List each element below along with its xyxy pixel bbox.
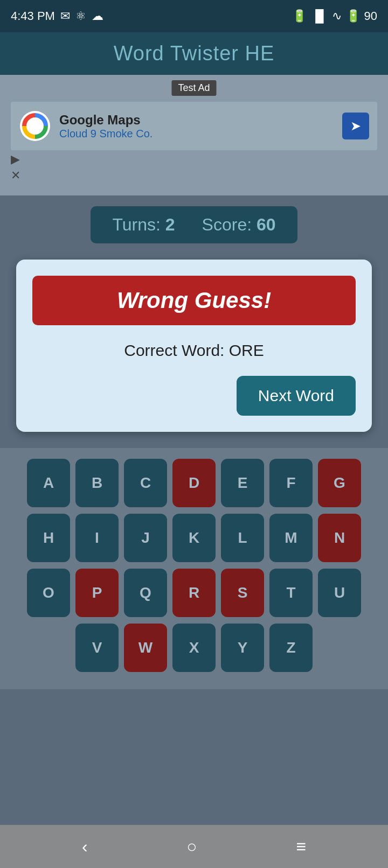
key-m[interactable]: M [269,514,313,562]
ad-content[interactable]: Google Maps Cloud 9 Smoke Co. ➤ [11,102,377,150]
key-x[interactable]: X [172,624,216,672]
key-row-1: HIJKLMN [5,514,383,562]
ad-company-name: Google Maps [59,113,153,128]
key-i[interactable]: I [75,514,119,562]
key-row-0: ABCDEFG [5,459,383,507]
next-word-button[interactable]: Next Word [237,376,356,416]
status-right: 🔋 ▐▌ ∿ 🔋 90 [292,9,377,23]
key-q[interactable]: Q [124,569,167,617]
status-bar: 4:43 PM ✉ ⚛ ☁ 🔋 ▐▌ ∿ 🔋 90 [0,0,388,32]
app-header: Word Twister HE [0,32,388,75]
cloud-icon: ☁ [92,9,103,23]
key-o[interactable]: O [27,569,70,617]
app-title: Word Twister HE [114,42,275,65]
key-t[interactable]: T [269,569,313,617]
battery-icon: 🔋 90 [346,9,377,23]
key-g[interactable]: G [318,459,361,507]
key-p[interactable]: P [75,569,119,617]
key-f[interactable]: F [269,459,313,507]
result-dialog: Wrong Guess! Correct Word: ORE Next Word [16,260,372,432]
key-l[interactable]: L [221,514,264,562]
score-value: 60 [257,215,276,234]
keyboard: ABCDEFGHIJKLMNOPQRSTUVWXYZ [0,448,388,689]
wifi-icon: ∿ [332,9,342,23]
correct-word-display: Correct Word: ORE [32,341,356,360]
ad-play-icon[interactable]: ▶ [11,152,377,166]
key-e[interactable]: E [221,459,264,507]
wrong-guess-banner: Wrong Guess! [32,276,356,325]
key-y[interactable]: Y [221,624,264,672]
home-button[interactable]: ○ [186,837,197,857]
ad-text-block: Google Maps Cloud 9 Smoke Co. [59,113,153,140]
score-label: Score: 60 [202,215,276,235]
key-c[interactable]: C [124,459,167,507]
ad-banner: Test Ad Google Maps Cloud 9 Smoke Co. ➤ … [0,75,388,195]
status-left: 4:43 PM ✉ ⚛ ☁ [11,9,103,23]
score-container: Turns: 2 Score: 60 [91,206,297,243]
usb-icon: ⚛ [75,9,86,23]
ad-direction-icon[interactable]: ➤ [342,113,369,139]
key-s[interactable]: S [221,569,264,617]
key-h[interactable]: H [27,514,70,562]
ad-controls: ▶ ✕ [11,150,377,185]
key-row-3: VWXYZ [5,624,383,672]
menu-button[interactable]: ≡ [296,837,306,857]
key-n[interactable]: N [318,514,361,562]
key-w[interactable]: W [124,624,167,672]
back-button[interactable]: ‹ [82,837,88,857]
key-row-2: OPQRSTU [5,569,383,617]
ad-label: Test Ad [171,80,216,96]
signal-icon: ▐▌ [311,9,328,23]
whatsapp-icon: ✉ [60,9,70,23]
key-b[interactable]: B [75,459,119,507]
key-d[interactable]: D [172,459,216,507]
key-j[interactable]: J [124,514,167,562]
key-r[interactable]: R [172,569,216,617]
key-z[interactable]: Z [269,624,313,672]
key-k[interactable]: K [172,514,216,562]
turns-value: 2 [165,215,175,234]
key-v[interactable]: V [75,624,119,672]
wrong-guess-text: Wrong Guess! [117,288,271,313]
ad-close-icon[interactable]: ✕ [11,169,377,183]
time-display: 4:43 PM [11,9,55,23]
key-u[interactable]: U [318,569,361,617]
vibrate-icon: 🔋 [292,9,307,23]
svg-point-1 [30,121,40,131]
nav-bar: ‹ ○ ≡ [0,825,388,868]
ad-subtext: Cloud 9 Smoke Co. [59,128,153,140]
key-a[interactable]: A [27,459,70,507]
score-bar: Turns: 2 Score: 60 [0,195,388,254]
turns-label: Turns: 2 [112,215,175,235]
google-logo-icon [19,110,51,142]
